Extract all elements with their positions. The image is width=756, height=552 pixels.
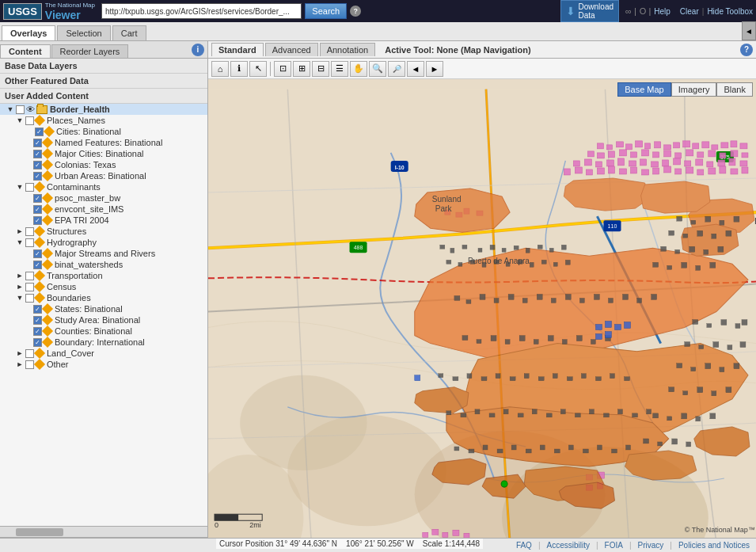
footer-link-accessibility[interactable]: Accessibility — [547, 541, 590, 550]
toggle-hydrography[interactable]: ▼ — [16, 238, 24, 246]
toggle-boundaries[interactable]: ▼ — [16, 294, 24, 302]
basemap-btn-blank[interactable]: Blank — [716, 82, 753, 97]
tree-item-binat-watersheds[interactable]: binat_watersheds — [0, 259, 207, 270]
tree-item-border-health[interactable]: ▼ 👁 Border_Health — [0, 104, 207, 115]
tree-item-major-streams[interactable]: Major Streams and Rivers — [0, 248, 207, 259]
zoom-layer-button[interactable]: ⊟ — [312, 61, 329, 77]
checkbox-boundaries[interactable] — [25, 294, 34, 303]
back-button[interactable]: ◄ — [407, 61, 424, 77]
tree-item-cities-binational[interactable]: Cities: Binational — [0, 126, 207, 137]
zoom-out-button[interactable]: 🔎 — [388, 61, 405, 77]
checkbox-named-features[interactable] — [33, 139, 42, 147]
url-input[interactable] — [101, 3, 302, 19]
panel-scrollbar[interactable] — [0, 526, 207, 537]
hide-toolbox-link[interactable]: Hide Toolbox — [707, 7, 753, 16]
checkbox-census[interactable] — [25, 283, 34, 291]
checkbox-psoc[interactable] — [33, 194, 42, 203]
tree-item-land-cover[interactable]: ► Land_Cover — [0, 348, 207, 359]
nav-tab-selection[interactable]: Selection — [57, 25, 110, 40]
zoom-rect-button[interactable]: ⊡ — [274, 61, 291, 77]
help-link[interactable]: Help — [654, 7, 671, 16]
tree-item-structures[interactable]: ► Structures — [0, 226, 207, 237]
toggle-transportation[interactable]: ► — [16, 272, 24, 280]
tool-tab-annotation[interactable]: Annotation — [320, 43, 376, 56]
footer-link-policies[interactable]: Policies and Notices — [678, 541, 750, 550]
scrollbar-thumb[interactable] — [16, 528, 63, 536]
tool-tab-standard[interactable]: Standard — [211, 43, 264, 56]
toggle-land-cover[interactable]: ► — [16, 349, 24, 357]
checkbox-urban-areas[interactable] — [33, 172, 42, 181]
zoom-in-button[interactable]: 🔍 — [369, 61, 386, 77]
toggle-places-names[interactable]: ▼ — [16, 116, 24, 124]
base-data-section[interactable]: Base Data Layers — [0, 59, 207, 74]
footer-link-foia[interactable]: FOIA — [605, 541, 623, 550]
footer-link-privacy[interactable]: Privacy — [638, 541, 664, 550]
tool-tab-advanced[interactable]: Advanced — [265, 43, 318, 56]
tree-item-named-features[interactable]: Named Features: Binational — [0, 137, 207, 148]
tree-item-places-names[interactable]: ▼ Places_Names — [0, 115, 207, 126]
checkbox-study-area[interactable] — [33, 316, 42, 325]
tree-item-boundaries[interactable]: ▼ Boundaries — [0, 292, 207, 303]
tree-item-counties-binational[interactable]: Counties: Binational — [0, 325, 207, 337]
checkbox-hydrography[interactable] — [25, 238, 34, 247]
home-button[interactable]: ⌂ — [211, 61, 229, 77]
full-extent-button[interactable]: ☰ — [331, 61, 348, 77]
footer-link-faq[interactable]: FAQ — [516, 541, 532, 550]
basemap-btn-basemap[interactable]: Base Map — [617, 82, 671, 97]
toggle-contaminants[interactable]: ▼ — [16, 183, 24, 191]
sub-tab-reorder[interactable]: Reorder Layers — [51, 44, 129, 58]
tree-item-urban-areas[interactable]: Urban Areas: Binational — [0, 170, 207, 181]
tree-item-boundary-intl[interactable]: Boundary: International — [0, 337, 207, 348]
tree-item-other[interactable]: ► Other — [0, 359, 207, 370]
search-button[interactable]: Search — [305, 3, 347, 19]
toggle-census[interactable]: ► — [16, 283, 24, 291]
checkbox-states-binational[interactable] — [33, 305, 42, 314]
pointer-button[interactable]: ↖ — [249, 61, 267, 77]
tree-item-hydrography[interactable]: ▼ Hydrography — [0, 237, 207, 248]
checkbox-transportation[interactable] — [25, 272, 34, 280]
tree-item-psoc[interactable]: psoc_master_bw — [0, 192, 207, 204]
toggle-structures[interactable]: ► — [16, 227, 24, 235]
tree-item-census[interactable]: ► Census — [0, 281, 207, 292]
checkbox-colonias-texas[interactable] — [33, 161, 42, 169]
checkbox-major-streams[interactable] — [33, 249, 42, 258]
checkbox-boundary-intl[interactable] — [33, 338, 42, 347]
zoom-extent-button[interactable]: ⊞ — [293, 61, 310, 77]
map-tool-help-icon[interactable]: ? — [740, 44, 753, 56]
collapse-panel-button[interactable]: ◄ — [742, 21, 756, 40]
map-canvas[interactable]: I-10 110 375 — [208, 79, 756, 552]
tree-item-colonias-texas[interactable]: Colonias: Texas — [0, 159, 207, 170]
checkbox-cities-binational[interactable] — [35, 128, 44, 136]
tree-item-major-cities[interactable]: Major Cities: Binational — [0, 148, 207, 159]
sub-tab-content[interactable]: Content — [0, 44, 51, 58]
checkbox-places-names[interactable] — [25, 116, 34, 125]
clear-link[interactable]: Clear — [680, 7, 699, 16]
tree-item-epa-tri[interactable]: EPA TRI 2004 — [0, 215, 207, 226]
checkbox-epa-tri[interactable] — [33, 216, 42, 225]
checkbox-other[interactable] — [25, 360, 34, 369]
checkbox-structures[interactable] — [25, 227, 34, 236]
checkbox-envcont[interactable] — [33, 205, 42, 214]
basemap-btn-imagery[interactable]: Imagery — [671, 82, 717, 97]
tree-item-study-area[interactable]: Study Area: Binational — [0, 314, 207, 325]
checkbox-border-health[interactable] — [16, 105, 25, 114]
checkbox-contaminants[interactable] — [25, 183, 34, 192]
nav-tab-cart[interactable]: Cart — [112, 25, 146, 40]
toggle-border-health[interactable]: ▼ — [6, 105, 14, 113]
tree-item-contaminants[interactable]: ▼ Contaminants — [0, 181, 207, 192]
checkbox-counties-binational[interactable] — [33, 327, 42, 336]
nav-tab-overlays[interactable]: Overlays — [2, 25, 55, 40]
checkbox-binat-watersheds[interactable] — [33, 261, 42, 269]
info-button[interactable]: ℹ — [230, 61, 248, 77]
tree-item-transportation[interactable]: ► Transportation — [0, 270, 207, 281]
checkbox-major-cities[interactable] — [33, 150, 42, 158]
forward-button[interactable]: ► — [426, 61, 443, 77]
other-featured-section[interactable]: Other Featured Data — [0, 74, 207, 89]
panel-help-icon[interactable]: i — [192, 44, 204, 56]
user-added-section[interactable]: User Added Content — [0, 89, 207, 104]
tree-item-envcont[interactable]: envcont_site_IMS — [0, 204, 207, 215]
tree-item-states-binational[interactable]: States: Binational — [0, 303, 207, 314]
checkbox-land-cover[interactable] — [25, 349, 34, 358]
download-button[interactable]: ⬇ Download Data — [560, 0, 619, 22]
toggle-other[interactable]: ► — [16, 360, 24, 368]
